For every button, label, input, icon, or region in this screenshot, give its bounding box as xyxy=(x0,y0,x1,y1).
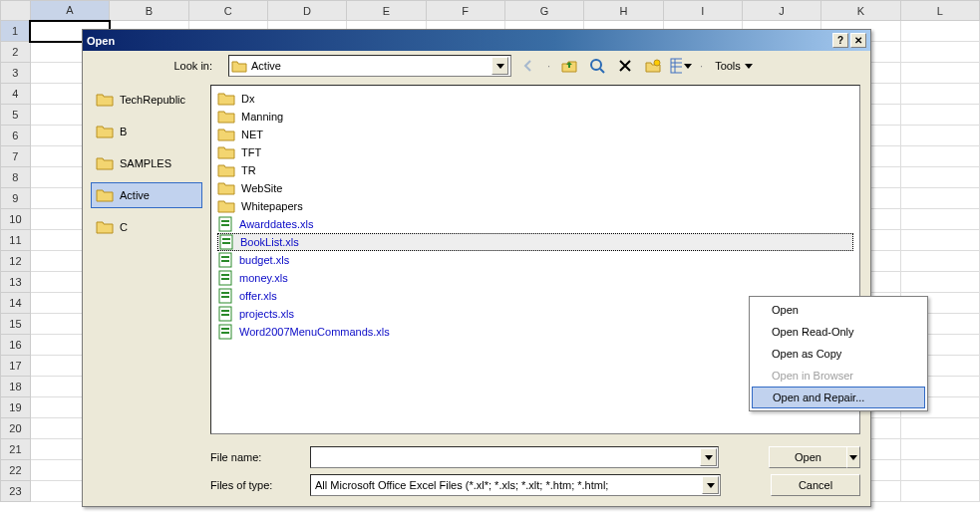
row-header[interactable]: 10 xyxy=(1,209,31,230)
back-button[interactable] xyxy=(517,55,539,77)
open-button-arrow[interactable] xyxy=(846,446,860,468)
file-item[interactable]: money.xls xyxy=(217,269,853,287)
up-one-level-button[interactable] xyxy=(558,55,580,77)
filename-input[interactable] xyxy=(310,446,719,468)
column-header[interactable]: F xyxy=(426,1,504,21)
cell[interactable] xyxy=(900,272,979,293)
menu-item[interactable]: Open as Copy xyxy=(752,343,925,365)
file-item[interactable]: NET xyxy=(217,126,853,143)
file-item[interactable]: Awarddates.xls xyxy=(217,215,853,233)
column-header[interactable]: A xyxy=(30,1,109,21)
column-header[interactable]: G xyxy=(504,1,583,21)
open-button-split[interactable]: Open xyxy=(769,446,860,468)
views-button[interactable] xyxy=(670,55,692,77)
file-item[interactable]: Dx xyxy=(217,90,853,108)
row-header[interactable]: 7 xyxy=(1,146,31,167)
places-item[interactable]: SAMPLES xyxy=(91,150,202,176)
cell[interactable] xyxy=(900,84,979,105)
close-button[interactable]: ✕ xyxy=(850,33,866,48)
svg-rect-3 xyxy=(671,59,682,73)
xls-file-icon xyxy=(217,306,233,322)
menu-item-label: Open xyxy=(772,304,799,316)
file-item[interactable]: TR xyxy=(217,161,853,179)
cell[interactable] xyxy=(900,126,979,146)
column-header[interactable]: K xyxy=(821,1,900,21)
row-header[interactable]: 9 xyxy=(1,188,31,209)
menu-item[interactable]: Open Read-Only xyxy=(752,321,925,343)
cell[interactable] xyxy=(900,230,979,251)
file-item[interactable]: Whitepapers xyxy=(217,197,853,215)
tools-menu[interactable]: Tools xyxy=(711,55,757,77)
row-header[interactable]: 1 xyxy=(1,21,31,42)
file-item[interactable]: TFT xyxy=(217,143,853,161)
column-header[interactable]: B xyxy=(110,1,188,21)
cell[interactable] xyxy=(900,105,979,126)
cell[interactable] xyxy=(900,42,979,63)
xls-file-icon xyxy=(217,270,233,286)
file-item[interactable]: budget.xls xyxy=(217,251,853,269)
row-header[interactable]: 3 xyxy=(1,63,31,84)
row-header[interactable]: 12 xyxy=(1,251,31,272)
row-header[interactable]: 14 xyxy=(1,293,31,314)
row-header[interactable]: 21 xyxy=(1,439,31,460)
places-item[interactable]: C xyxy=(91,214,202,240)
row-header[interactable]: 23 xyxy=(1,481,31,502)
column-header[interactable]: J xyxy=(742,1,820,21)
cell[interactable] xyxy=(900,63,979,84)
row-header[interactable]: 17 xyxy=(1,356,31,377)
cancel-button[interactable]: Cancel xyxy=(771,474,860,496)
row-header[interactable]: 16 xyxy=(1,335,31,356)
open-button[interactable]: Open xyxy=(769,446,846,468)
svg-line-1 xyxy=(600,69,604,73)
cell[interactable] xyxy=(900,251,979,272)
row-header[interactable]: 13 xyxy=(1,272,31,293)
row-header[interactable]: 18 xyxy=(1,377,31,397)
column-header[interactable]: L xyxy=(900,1,979,21)
filename-dropdown-button[interactable] xyxy=(700,448,717,466)
cell[interactable] xyxy=(900,209,979,230)
cell[interactable] xyxy=(900,167,979,188)
file-item-name: BookList.xls xyxy=(240,236,299,248)
delete-button[interactable] xyxy=(614,55,636,77)
search-web-button[interactable] xyxy=(586,55,608,77)
row-header[interactable]: 15 xyxy=(1,314,31,335)
places-item[interactable]: TechRepublic xyxy=(91,87,202,113)
filetype-dropdown-button[interactable] xyxy=(702,476,719,494)
row-header[interactable]: 4 xyxy=(1,84,31,105)
cell[interactable] xyxy=(900,439,979,460)
cell[interactable] xyxy=(900,146,979,167)
column-header[interactable]: H xyxy=(584,1,663,21)
column-header[interactable]: D xyxy=(267,1,346,21)
menu-item[interactable]: Open xyxy=(752,299,925,321)
row-header[interactable]: 11 xyxy=(1,230,31,251)
row-header[interactable]: 19 xyxy=(1,397,31,418)
lookin-dropdown[interactable]: Active xyxy=(228,55,511,77)
help-button[interactable]: ? xyxy=(832,33,848,48)
column-header[interactable]: C xyxy=(188,1,267,21)
row-header[interactable]: 22 xyxy=(1,460,31,481)
cell[interactable] xyxy=(900,481,979,502)
file-item[interactable]: BookList.xls xyxy=(217,233,853,251)
row-header[interactable]: 20 xyxy=(1,418,31,439)
menu-item[interactable]: Open and Repair... xyxy=(752,387,925,408)
cell[interactable] xyxy=(900,460,979,481)
cell[interactable] xyxy=(900,188,979,209)
row-header[interactable]: 8 xyxy=(1,167,31,188)
places-item[interactable]: B xyxy=(91,119,202,144)
filetype-dropdown[interactable]: All Microsoft Office Excel Files (*.xl*;… xyxy=(310,474,721,496)
new-folder-button[interactable] xyxy=(642,55,664,77)
cell[interactable] xyxy=(900,21,979,42)
open-split-menu: OpenOpen Read-OnlyOpen as CopyOpen in Br… xyxy=(749,296,928,411)
cell[interactable] xyxy=(900,418,979,439)
file-item[interactable]: Manning xyxy=(217,108,853,126)
row-header[interactable]: 2 xyxy=(1,42,31,63)
lookin-dropdown-button[interactable] xyxy=(491,57,508,75)
file-item[interactable]: WebSite xyxy=(217,179,853,197)
file-item-name: Awarddates.xls xyxy=(239,218,313,230)
row-header[interactable]: 6 xyxy=(1,126,31,146)
row-header[interactable]: 5 xyxy=(1,105,31,126)
column-header[interactable]: E xyxy=(347,1,426,21)
places-item[interactable]: Active xyxy=(91,182,202,208)
column-header[interactable]: I xyxy=(663,1,742,21)
select-all-corner[interactable] xyxy=(1,1,31,21)
